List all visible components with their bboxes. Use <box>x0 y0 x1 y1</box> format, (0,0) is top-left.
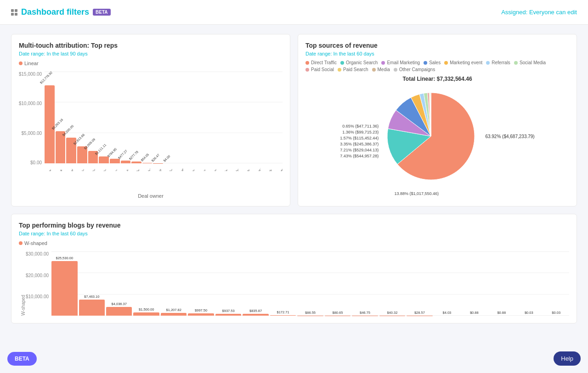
legend-dot <box>424 61 427 65</box>
header-left: Dashboard filters BETA <box>11 7 111 17</box>
pie-left-label: 7.43% ($544,957.28) <box>340 154 379 158</box>
bar[interactable] <box>142 163 153 163</box>
bar[interactable] <box>106 307 132 316</box>
chart2-title: Top sources of revenue <box>305 42 569 49</box>
pie-legend-item: Sales <box>424 60 441 65</box>
pie-left-label: 3.35% ($245,386.37) <box>340 142 379 146</box>
bar-group: $0.03 <box>543 251 569 316</box>
bar-group: $937.53 <box>215 251 241 316</box>
pie-left-label: 1.36% ($99,715.23) <box>340 130 379 134</box>
pie-legend-item: Direct Traffic <box>305 60 337 65</box>
pie-legend-item: Organic Search <box>340 60 378 65</box>
chart1-card: Multi-touch attribution: Top reps Date r… <box>11 34 290 206</box>
bar-group: $0.88 <box>489 251 514 316</box>
bar-group <box>262 72 272 163</box>
bar-group: $1,500.00 <box>133 251 159 316</box>
chart2-legends: Direct TrafficOrganic SearchEmail Market… <box>305 60 569 72</box>
bar-group: $477.27 <box>121 72 131 163</box>
bar-group: $86.55 <box>297 251 323 316</box>
pie-left-label: 0.65% ($47,711.36) <box>340 124 379 128</box>
assigned-value[interactable]: Everyone can edit <box>529 9 577 16</box>
pie-slice[interactable] <box>431 93 431 136</box>
bar-group <box>186 72 196 163</box>
legend-dot <box>338 68 341 72</box>
bar[interactable] <box>99 156 109 163</box>
header: Dashboard filters BETA Assigned: Everyon… <box>0 0 588 25</box>
legend-dot <box>486 61 490 65</box>
bar[interactable] <box>243 314 268 316</box>
bar-group: $4,200.00 <box>66 72 76 163</box>
bar-group <box>229 72 239 163</box>
bar[interactable] <box>110 159 120 163</box>
chart3-area: W-shaped$30,000.00$20,000.00$10,000.00$2… <box>19 251 569 316</box>
bar[interactable] <box>215 314 241 316</box>
bar-group: $26.47 <box>153 72 163 163</box>
assigned-label: Assigned: <box>501 9 527 16</box>
bar[interactable] <box>133 312 159 316</box>
legend-label: Referrals <box>492 60 510 65</box>
chart1-x-axis-title: Deal owner <box>19 193 283 199</box>
legend-dot <box>372 68 376 72</box>
bar[interactable] <box>161 313 187 316</box>
bar-group: $4.03 <box>434 251 460 316</box>
bar[interactable] <box>51 261 77 316</box>
bar[interactable] <box>270 315 296 316</box>
bar[interactable] <box>121 161 131 163</box>
legend-label: Organic Search <box>346 60 378 65</box>
chart1-legend-label: Linear <box>24 61 39 66</box>
legend-dot <box>305 68 309 72</box>
legend-label: Paid Social <box>311 67 334 72</box>
bar-group: $835.87 <box>243 251 268 316</box>
chart3-legend-dot <box>19 241 23 245</box>
pie-svg <box>380 86 481 187</box>
legend-dot <box>340 61 344 65</box>
dashboard-filters-title[interactable]: Dashboard filters <box>21 7 89 17</box>
pie-left-label: 7.21% ($529,044.13) <box>340 148 379 152</box>
chart1-date-range: Date range: In the last 90 days <box>19 51 283 56</box>
chart3-card: Top performing blogs by revenue Date ran… <box>11 214 577 323</box>
bar-group: $7,463.10 <box>79 251 105 316</box>
bar-group <box>175 72 185 163</box>
pie-legend-item: Paid Search <box>338 67 368 72</box>
legend-label: Sales <box>429 60 441 65</box>
bar-group <box>240 72 250 163</box>
legend-label: Paid Search <box>343 67 368 72</box>
legend-label: Email Marketing <box>387 60 420 65</box>
bar-group: $0.03 <box>516 251 542 316</box>
legend-label: Media <box>378 67 390 72</box>
bar-group: $28.57 <box>407 251 432 316</box>
legend-label: Social Media <box>520 60 546 65</box>
chart1-legend: Linear <box>19 61 39 66</box>
bar[interactable] <box>131 161 141 163</box>
chart3-legend: W-shaped <box>19 240 47 246</box>
bar[interactable] <box>79 300 105 316</box>
beta-badge: BETA <box>93 9 110 16</box>
bar[interactable] <box>45 85 55 163</box>
pie-right-label: 63.92% ($4,687,233.79) <box>485 134 534 139</box>
chart3-title: Top performing blogs by revenue <box>19 222 569 229</box>
bar-group: $40.32 <box>379 251 405 316</box>
bar-group: $0.88 <box>461 251 487 316</box>
bar-group: $2,009.09 <box>88 72 98 163</box>
bar-group <box>251 72 261 163</box>
header-assigned: Assigned: Everyone can edit <box>501 9 577 16</box>
legend-label: Marketing event <box>450 60 482 65</box>
bar-group: $784.95 <box>110 72 120 163</box>
chart3-y-axis-label: W-shaped <box>19 251 26 316</box>
legend-label: Other Campaigns <box>399 67 435 72</box>
pie-legend-item: Other Campaigns <box>394 67 435 72</box>
pie-legend-item: Marketing event <box>444 60 482 65</box>
grid-icon <box>11 9 17 16</box>
pie-chart-area: 0.65% ($47,711.36)1.36% ($99,715.23)1.57… <box>305 86 569 187</box>
bar-group: $277.78 <box>131 72 141 163</box>
chart3-legend-label: W-shaped <box>24 240 47 246</box>
chart2-date-range: Date range: In the last 60 days <box>305 51 569 56</box>
bar[interactable] <box>188 313 214 316</box>
legend-dot <box>514 61 518 65</box>
top-row: Multi-touch attribution: Top reps Date r… <box>11 34 577 206</box>
chart2-card: Top sources of revenue Date range: In th… <box>298 34 577 206</box>
chart3-date-range: Date range: In the last 60 days <box>19 231 569 236</box>
pie-legend-item: Referrals <box>486 60 510 65</box>
bar-group: $46.75 <box>352 251 378 316</box>
bar-group: $25,530.00 <box>51 251 77 316</box>
